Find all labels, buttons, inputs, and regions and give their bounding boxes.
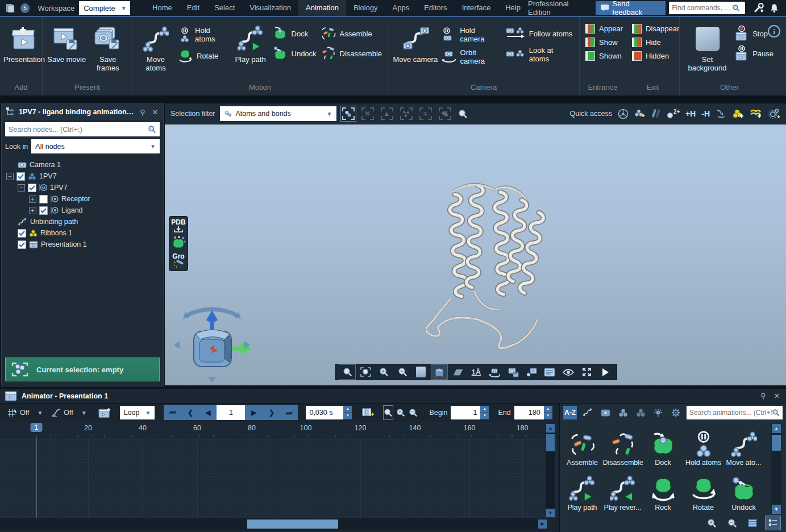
visibility-checkbox[interactable]: [18, 240, 26, 249]
add-hydrogens-icon[interactable]: +H: [685, 109, 696, 118]
begin-spinner[interactable]: ▲▼: [480, 406, 489, 419]
snap-dropdown[interactable]: Off ▼: [7, 408, 43, 418]
scroll-down-icon[interactable]: ▼: [546, 509, 555, 517]
fetch-pdb-button[interactable]: PDB: [171, 219, 185, 232]
look-in-dropdown[interactable]: All nodes ▼: [31, 139, 160, 153]
info-icon[interactable]: i: [768, 25, 780, 38]
documents-icon[interactable]: [5, 3, 16, 13]
preset-assemble[interactable]: Assemble: [562, 423, 602, 468]
preset-dock[interactable]: Dock: [643, 423, 683, 468]
scale-indicator[interactable]: 1Å: [468, 365, 484, 379]
bell-icon[interactable]: [770, 3, 779, 13]
set-charge-icon[interactable]: 2+: [666, 109, 680, 119]
preferences-icon[interactable]: [768, 108, 780, 119]
zoom-selection-icon[interactable]: [458, 109, 468, 119]
spin-down-icon[interactable]: ▼: [343, 413, 352, 419]
search-icon[interactable]: [772, 409, 780, 417]
filter-effects-button[interactable]: [651, 406, 665, 419]
search-nodes-input[interactable]: [9, 126, 148, 134]
hide-button[interactable]: Hide: [632, 38, 679, 47]
ground-plane-icon[interactable]: [450, 365, 466, 379]
playhead[interactable]: [36, 438, 37, 518]
disassemble-button[interactable]: Disassemble: [321, 46, 382, 61]
scroll-up-icon[interactable]: ▲: [546, 424, 555, 433]
spin-up-icon[interactable]: ▲: [343, 406, 352, 413]
spin-up-icon[interactable]: ▲: [480, 406, 489, 413]
expand-selection-button[interactable]: [399, 106, 414, 121]
preset-play-reverse[interactable]: Play rever...: [602, 468, 643, 513]
follow-atoms-button[interactable]: Follow atoms: [506, 26, 573, 41]
hold-camera-button[interactable]: Hold camera: [442, 26, 501, 43]
zoom-in-button[interactable]: [396, 406, 405, 419]
scrollbar-thumb[interactable]: [772, 435, 781, 451]
assemble-button[interactable]: Assemble: [321, 26, 382, 41]
zoom-region-icon[interactable]: [358, 365, 374, 379]
hold-atoms-button[interactable]: Hold atoms: [178, 26, 228, 43]
remove-hydrogens-icon[interactable]: -H: [701, 109, 710, 118]
tree-item-1pv7-model[interactable]: − M 1PV7: [2, 182, 163, 193]
pin-icon[interactable]: ⚲: [138, 108, 147, 117]
set-background-button[interactable]: Set background: [683, 20, 731, 72]
visibility-icon[interactable]: [560, 365, 576, 379]
go-to-start-button[interactable]: ⏮: [164, 409, 181, 417]
viewport-3d[interactable]: Selection filter Atoms and bonds ▼ ✕ ▲ ≈…: [165, 103, 786, 385]
scroll-right-icon[interactable]: ▶: [538, 519, 547, 529]
send-feedback-button[interactable]: Send feedback: [596, 1, 666, 15]
grid-view-button[interactable]: [766, 516, 780, 530]
disappear-button[interactable]: Disappear: [632, 24, 679, 34]
notification-badge[interactable]: 5: [20, 3, 30, 13]
preset-hold-atoms[interactable]: Hold atoms: [683, 423, 723, 468]
menu-select[interactable]: Select: [207, 0, 242, 16]
add-atoms-icon[interactable]: [634, 109, 646, 119]
save-frames-button[interactable]: Save frames: [88, 20, 129, 72]
next-keyframe-button[interactable]: ❯: [263, 409, 280, 417]
scroll-down-icon[interactable]: ▼: [772, 505, 781, 514]
spin-up-icon[interactable]: ▲: [544, 406, 552, 413]
orbit-camera-button[interactable]: Orbit camera: [442, 48, 501, 65]
add-bonds-icon[interactable]: [651, 109, 660, 119]
tree-item-ribbons-1[interactable]: Ribbons 1: [2, 227, 163, 239]
preset-undock[interactable]: Undock: [723, 468, 764, 513]
navigation-cube[interactable]: [169, 298, 255, 384]
simulation-wheel-icon[interactable]: [618, 109, 629, 119]
tree-item-receptor[interactable]: + Receptor: [2, 193, 163, 205]
add-ribbons-icon[interactable]: [750, 109, 762, 119]
visibility-checkbox[interactable]: [28, 184, 36, 192]
select-atoms-button[interactable]: [341, 106, 356, 121]
spin-down-icon[interactable]: ▼: [544, 413, 552, 419]
zoom-out-button[interactable]: [409, 406, 418, 419]
tree-item-unbinding-path[interactable]: Unbinding path: [2, 216, 163, 227]
navigation-cube-toggle[interactable]: [431, 365, 447, 379]
zoom-in-button[interactable]: [704, 516, 719, 530]
preset-rotate[interactable]: Rotate: [683, 468, 723, 513]
minimize-energy-icon[interactable]: [716, 109, 727, 118]
rotate-button[interactable]: Rotate: [178, 48, 228, 63]
collapse-toggle[interactable]: −: [18, 184, 25, 192]
list-view-button[interactable]: [745, 516, 760, 530]
export-movie-button[interactable]: [362, 406, 375, 419]
preset-disassemble[interactable]: Disassemble: [602, 423, 643, 468]
orbit-camera-icon[interactable]: [486, 365, 502, 379]
sort-az-button[interactable]: A-Z: [563, 406, 577, 419]
gromacs-button[interactable]: Gro: [172, 253, 184, 268]
menu-home[interactable]: Home: [145, 0, 180, 16]
undock-button[interactable]: Undock: [273, 46, 317, 61]
build-molecule-icon[interactable]: [171, 236, 186, 250]
snapshot-icon[interactable]: [505, 365, 521, 379]
zoom-fit-button[interactable]: [384, 406, 393, 419]
show-button[interactable]: Show: [585, 38, 623, 47]
close-icon[interactable]: ✕: [151, 108, 160, 117]
tree-item-camera-1[interactable]: Camera 1: [2, 159, 163, 171]
selection-filter-dropdown[interactable]: Atoms and bonds ▼: [220, 106, 336, 121]
dock-button[interactable]: Dock: [273, 26, 317, 41]
zoom-in-icon[interactable]: [376, 365, 392, 379]
current-frame-marker[interactable]: 1: [31, 423, 43, 432]
menu-biology[interactable]: Biology: [346, 0, 385, 16]
add-to-selection-button[interactable]: [438, 106, 452, 121]
timeline-ruler[interactable]: 1 20 40 60 80 100 120 140 160 180: [0, 422, 557, 438]
atom-label-icon[interactable]: [523, 365, 539, 379]
tree-item-1pv7[interactable]: − 1PV7: [2, 171, 163, 182]
move-camera-button[interactable]: Move camera: [392, 20, 439, 64]
workspace-dropdown[interactable]: Complete ▼: [79, 1, 130, 15]
select-up-button[interactable]: ▲: [380, 106, 394, 121]
